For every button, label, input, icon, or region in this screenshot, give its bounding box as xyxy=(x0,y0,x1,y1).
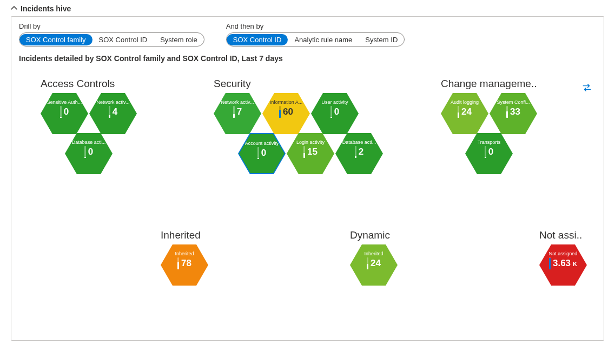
hive-cell[interactable]: Database acti...2 xyxy=(335,133,383,174)
hive-cell-label: Database acti... xyxy=(72,140,106,145)
hive-cell-value: 15 xyxy=(307,147,318,157)
hive-cell-value: 78 xyxy=(181,258,191,269)
hive-area: Access ControlsSensitive Auth...0Network… xyxy=(19,78,596,321)
hive-cell-value: 0 xyxy=(488,147,493,157)
hive-cell-bar xyxy=(279,106,281,118)
hive-cell-bar xyxy=(177,257,179,269)
drill-secondary-option[interactable]: Analytic rule name xyxy=(288,34,359,45)
hive-cell-label: Network activ... xyxy=(97,100,130,105)
hive-group-title: Inherited xyxy=(161,229,236,241)
hive-cell[interactable]: System Confi...33 xyxy=(490,93,537,134)
hive-cell-bar xyxy=(257,147,259,159)
hive-cell-label: Audit logging xyxy=(451,100,479,105)
hive-cell-value: 0 xyxy=(88,147,93,157)
hive-group-title: Access Controls xyxy=(41,78,160,90)
hive-group-cells: Inherited78 xyxy=(161,244,323,286)
hive-cell-value: 33 xyxy=(510,107,520,117)
hive-cell[interactable]: Network activ...4 xyxy=(89,93,137,134)
hive-cell[interactable]: Login activity15 xyxy=(287,133,334,174)
hive-cell-label: Database acti... xyxy=(342,140,376,145)
hive-cell[interactable]: Information A...60 xyxy=(262,93,310,134)
hive-cell-bar xyxy=(60,106,62,118)
hive-cell-value-row: 2 xyxy=(355,146,363,158)
hive-cell-value: 3.63 K xyxy=(553,258,577,269)
hive-group-cells: Network activ...7Information A...60User … xyxy=(214,93,376,174)
hive-cell[interactable]: User activity0 xyxy=(311,93,359,134)
hive-cell-label: Network activ... xyxy=(221,100,254,105)
hive-group-title: Not assi.. xyxy=(539,229,588,241)
hive-cell-bar xyxy=(367,257,368,269)
hive-cell-bar xyxy=(303,146,305,158)
hive-cell-bar xyxy=(355,146,356,158)
hive-cell-label: Inherited xyxy=(175,251,194,256)
drill-primary-option[interactable]: SOX Control family xyxy=(19,34,92,45)
hive-group-access-controls: Access ControlsSensitive Auth...0Network… xyxy=(41,78,203,174)
hive-cell[interactable]: Audit logging24 xyxy=(441,93,488,134)
hive-cell-value: 24 xyxy=(461,107,472,117)
hive-cell[interactable]: Inherited78 xyxy=(161,244,208,286)
hive-cell-value-row: 0 xyxy=(60,106,69,118)
hive-cell-label: Login activity xyxy=(296,140,325,145)
hive-cell-value-row: 0 xyxy=(257,147,266,159)
hive-cell-label: Transports xyxy=(478,140,501,145)
section-toggle[interactable]: Incidents hive xyxy=(11,4,604,13)
drill-primary-group: SOX Control familySOX Control IDSystem r… xyxy=(19,32,204,47)
hive-cell-label: Sensitive Auth... xyxy=(47,100,82,105)
hive-cell-value: 0 xyxy=(64,107,69,117)
hive-cell-value-row: 0 xyxy=(485,146,493,158)
hive-cell-value-row: 60 xyxy=(279,106,293,118)
drill-secondary-option[interactable]: System ID xyxy=(359,34,404,45)
hive-cell-value-row: 0 xyxy=(84,146,93,158)
section-title: Incidents hive xyxy=(21,4,71,13)
hive-cell-value-row: 7 xyxy=(233,106,242,118)
hive-cell-value-row: 24 xyxy=(458,106,472,118)
hive-cell[interactable]: Network activ...7 xyxy=(214,93,261,134)
hive-cell-value: 4 xyxy=(113,107,117,117)
hive-cell-bar xyxy=(485,146,486,158)
drill-primary-option[interactable]: SOX Control ID xyxy=(92,34,154,45)
hive-cell-value: 0 xyxy=(334,107,339,117)
hive-cell-label: Not assigned xyxy=(549,251,578,256)
hive-cell[interactable]: Inherited24 xyxy=(350,244,398,286)
hive-group-title: Change manageme.. xyxy=(441,78,544,90)
hive-cell-value-row: 33 xyxy=(506,106,520,118)
hive-group-title: Security xyxy=(214,78,333,90)
hive-cell-value-row: 0 xyxy=(330,106,339,118)
hive-group-cells: Not assigned3.63 K xyxy=(539,244,615,286)
hive-group-dynamic: DynamicInherited24 xyxy=(350,229,512,286)
hive-cell-bar xyxy=(549,257,551,269)
drill-secondary-label: And then by xyxy=(226,22,405,30)
hive-cell[interactable]: Sensitive Auth...0 xyxy=(41,93,88,134)
hive-group-not-assigned: Not assi..Not assigned3.63 K xyxy=(539,229,615,286)
hive-cell-value: 2 xyxy=(359,147,363,157)
drill-secondary-group: SOX Control IDAnalytic rule nameSystem I… xyxy=(226,32,405,47)
hive-cell-label: System Confi... xyxy=(497,100,530,105)
hive-cell-label: User activity xyxy=(321,100,348,105)
hive-cell-value-row: 78 xyxy=(177,257,191,269)
drill-primary-option[interactable]: System role xyxy=(154,34,204,45)
hive-group-title: Dynamic xyxy=(350,229,426,241)
drill-controls: Drill by SOX Control familySOX Control I… xyxy=(19,22,596,47)
hive-cell-bar xyxy=(458,106,459,118)
hive-cell-value-row: 4 xyxy=(109,106,117,118)
drill-secondary-option[interactable]: SOX Control ID xyxy=(227,34,288,45)
hive-subtitle: Incidents detailed by SOX Control family… xyxy=(19,54,596,63)
hive-cell-bar xyxy=(330,106,332,118)
hive-panel: Drill by SOX Control familySOX Control I… xyxy=(11,16,604,341)
hive-cell-value: 7 xyxy=(237,107,242,117)
hive-cell[interactable]: Transports0 xyxy=(465,133,513,174)
hive-group-cells: Audit logging24System Confi...33Transpor… xyxy=(441,93,603,174)
hive-group-security: SecurityNetwork activ...7Information A..… xyxy=(214,78,376,174)
hive-cell-bar xyxy=(109,106,110,118)
hive-cell-value: 60 xyxy=(283,107,293,117)
hive-cell-bar xyxy=(506,106,508,118)
hive-cell[interactable]: Not assigned3.63 K xyxy=(539,244,587,286)
hive-cell[interactable]: Database acti...0 xyxy=(65,133,113,174)
hive-cell-value: 0 xyxy=(261,148,266,158)
hive-cell-label: Account activity xyxy=(245,141,279,146)
hive-cell-bar xyxy=(84,146,86,158)
hive-cell-label: Inherited xyxy=(364,251,383,256)
hive-group-inherited: InheritedInherited78 xyxy=(161,229,323,286)
hive-cell-value-row: 15 xyxy=(303,146,318,158)
hive-group-cells: Inherited24 xyxy=(350,244,512,286)
